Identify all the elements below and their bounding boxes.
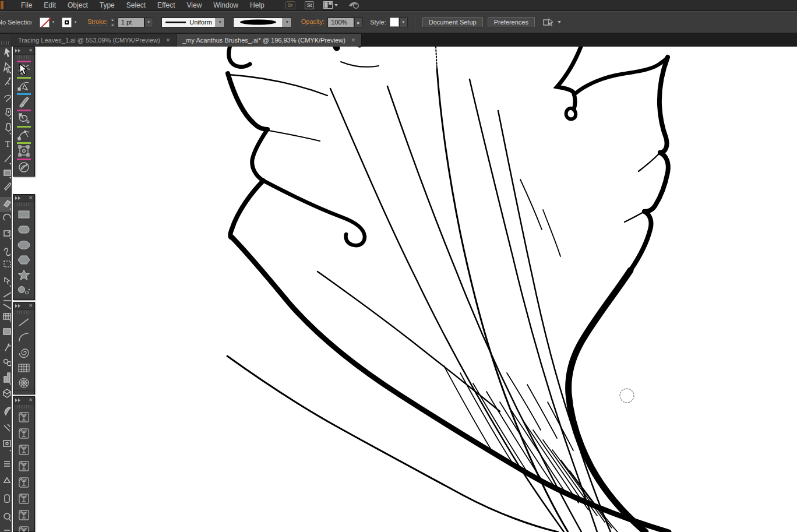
panel-grip[interactable] (13, 310, 34, 315)
stroke-weight-dropdown[interactable]: ▼ (144, 17, 153, 27)
opacity-label[interactable]: Opacity: (301, 18, 325, 26)
stroke-weight-stepper[interactable]: ▲ ▼ (110, 17, 116, 27)
menu-help[interactable]: Help (244, 0, 270, 10)
menu-window[interactable]: Window (207, 0, 244, 10)
stock-button[interactable]: St (305, 1, 315, 9)
menu-type[interactable]: Type (94, 0, 121, 10)
panel-grip[interactable] (13, 404, 34, 409)
arc-tool[interactable] (13, 330, 34, 345)
workspace-caret-icon (334, 4, 338, 6)
knife-tool[interactable] (13, 92, 34, 108)
brush-library-item[interactable] (13, 458, 34, 474)
library-item-icon (18, 509, 30, 521)
stroke-weight-field[interactable]: 1 pt (118, 17, 144, 27)
rectangle-tool[interactable] (13, 207, 34, 222)
brush-definition-caret[interactable]: ▼ (283, 17, 292, 27)
bridge-button[interactable]: Br (285, 1, 295, 9)
panel-grip[interactable] (13, 55, 34, 59)
width-profile-caret[interactable]: ▼ (216, 17, 225, 27)
opacity-field[interactable]: 100% (327, 17, 354, 27)
document-setup-button[interactable]: Document Setup (422, 17, 483, 27)
brush-library-item[interactable] (13, 507, 34, 523)
collapse-chevrons-icon[interactable] (15, 196, 20, 200)
smooth-tool[interactable] (13, 157, 34, 174)
star-tool[interactable] (13, 267, 34, 283)
menu-effect[interactable]: Effect (151, 0, 181, 10)
cs-live-icon[interactable] (347, 1, 360, 9)
collapse-chevrons-icon[interactable] (15, 399, 20, 402)
opacity-arrow-button[interactable]: ▶ (354, 17, 363, 27)
divider (415, 15, 415, 30)
width-profile-combo[interactable]: Uniform (161, 17, 216, 27)
library-item-icon (18, 444, 30, 456)
artboard-canvas[interactable] (12, 47, 797, 532)
menu-object[interactable]: Object (62, 0, 94, 10)
brush-library-item[interactable] (13, 523, 34, 532)
artboard-icon (17, 145, 30, 157)
stroke-label[interactable]: Stroke: (87, 18, 108, 26)
panel-close-icon[interactable]: ✕ (29, 304, 33, 308)
curvature-tool[interactable] (13, 125, 34, 141)
brush-library-item[interactable] (13, 491, 34, 507)
preferences-button[interactable]: Preferences (488, 17, 535, 27)
polygon-tool[interactable] (13, 252, 34, 267)
panel-library-items: ✕ (13, 396, 35, 532)
brush-cursor-circle (620, 389, 634, 403)
brush-library-item[interactable] (13, 425, 34, 442)
select-similar-icon[interactable] (543, 17, 555, 27)
select-similar-caret[interactable] (558, 21, 561, 23)
style-caret[interactable]: ▼ (399, 17, 408, 27)
flare-tool[interactable] (13, 283, 34, 298)
tab-close-icon[interactable]: ✕ (166, 37, 171, 43)
lasso-path-tool[interactable] (13, 108, 34, 125)
line-segment-tool[interactable] (13, 315, 34, 330)
panel-header[interactable]: ✕ (13, 302, 34, 310)
style-label: Style: (370, 19, 386, 26)
stroke-caret-icon[interactable]: ▼ (72, 17, 79, 27)
tool-dock-header[interactable] (0, 34, 12, 47)
ellipse-tool[interactable] (13, 237, 34, 252)
menu-view[interactable]: View (181, 0, 208, 10)
stepper-down-icon[interactable]: ▼ (110, 23, 116, 27)
stroke-swatch[interactable] (62, 17, 72, 27)
dock-grip[interactable] (1, 41, 10, 45)
knife-icon (17, 96, 30, 108)
library-item-icon (18, 460, 30, 472)
panel-header[interactable]: ✕ (13, 397, 34, 404)
fill-swatch[interactable] (40, 17, 50, 27)
tab-acanthus-brushes[interactable]: _my Acanthus Brushes_.ai* @ 196,93% (CMY… (177, 34, 362, 47)
brush-library-item[interactable] (13, 474, 34, 491)
panel-close-icon[interactable]: ✕ (29, 398, 33, 403)
tab-title: _my Acanthus Brushes_.ai* @ 196,93% (CMY… (182, 37, 345, 44)
anchor-convert-icon (17, 80, 30, 91)
panel-custom-tools: ✕ (13, 47, 35, 177)
scatter-brush-tool[interactable] (13, 59, 34, 76)
panel-close-icon[interactable]: ✕ (29, 48, 33, 53)
stepper-up-icon[interactable]: ▲ (110, 17, 116, 22)
menu-select[interactable]: Select (121, 0, 151, 10)
panel-close-icon[interactable]: ✕ (29, 196, 33, 200)
main-toolbar-clipped[interactable]: T (0, 47, 12, 532)
rounded-rectangle-tool[interactable] (13, 222, 34, 237)
brush-definition-combo[interactable] (233, 17, 283, 27)
workspace-switcher-button[interactable] (323, 1, 338, 9)
menu-file[interactable]: File (15, 0, 38, 10)
menu-bar: File Edit Object Type Select Effect View… (0, 0, 797, 10)
artboard-tool[interactable] (13, 141, 34, 157)
tab-tracing-leaves[interactable]: Tracing Leaves_1.ai @ 553,09% (CMYK/Prev… (12, 34, 177, 47)
anchor-convert-tool[interactable] (13, 76, 34, 92)
panel-header[interactable]: ✕ (13, 47, 34, 55)
tab-close-icon[interactable]: ✕ (351, 37, 356, 43)
brush-library-item[interactable] (13, 409, 34, 425)
panel-line-tools: ✕ (13, 302, 35, 394)
menu-edit[interactable]: Edit (38, 0, 62, 10)
collapse-chevrons-icon[interactable] (15, 304, 20, 308)
polar-grid-tool[interactable] (13, 375, 34, 390)
brush-library-item[interactable] (13, 442, 34, 458)
style-swatch[interactable] (390, 17, 399, 27)
panel-header[interactable]: ✕ (13, 195, 34, 202)
panel-grip[interactable] (13, 202, 34, 207)
collapse-chevrons-icon[interactable] (15, 49, 20, 52)
rectangular-grid-tool[interactable] (13, 360, 34, 375)
spiral-tool[interactable] (13, 345, 34, 360)
